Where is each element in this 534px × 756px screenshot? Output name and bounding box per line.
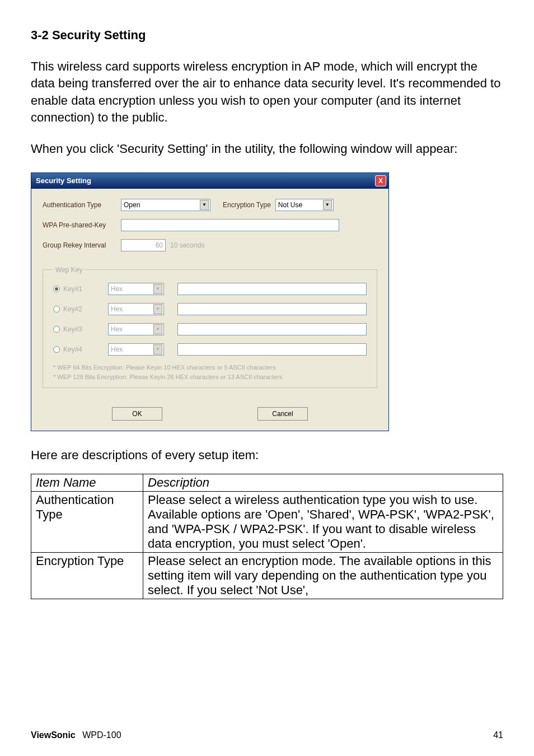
header-description: Description (143, 474, 503, 491)
rekey-label: Group Rekey Interval (43, 241, 121, 249)
ok-button[interactable]: OK (112, 407, 162, 421)
wep-hint-64: * WEP 64 Bits Encryption: Please Keyin 1… (53, 363, 367, 372)
cell-auth-name: Authentication Type (31, 491, 143, 552)
description-intro: Here are descriptions of every setup ite… (31, 448, 503, 463)
wep-key3-row: Key#3 Hex ▼ (53, 323, 367, 335)
chevron-down-icon: ▼ (323, 200, 332, 210)
section-heading: 3-2 Security Setting (31, 28, 503, 43)
wep-key3-format-value: Hex (111, 325, 123, 333)
chevron-down-icon: ▼ (200, 200, 209, 210)
chevron-down-icon: ▼ (153, 304, 162, 314)
dialog-body: Authentication Type Open ▼ Encryption Ty… (31, 189, 388, 431)
wep-key3-input[interactable] (177, 323, 367, 335)
psk-input[interactable] (121, 219, 339, 231)
table-row: Authentication Type Please select a wire… (31, 491, 503, 552)
wep-key2-input[interactable] (177, 303, 367, 315)
footer-left: ViewSonic WPD-100 (31, 730, 121, 740)
wep-key2-label: Key#2 (63, 305, 108, 313)
table-header-row: Item Name Description (31, 474, 503, 491)
page-number: 41 (493, 730, 503, 740)
auth-type-label: Authentication Type (43, 201, 121, 209)
rekey-row: Group Rekey Interval 60 10 seconds (43, 239, 377, 251)
intro-paragraph-2: When you click 'Security Setting' in the… (31, 141, 503, 157)
footer-model: WPD-100 (82, 730, 121, 740)
cell-enc-desc: Please select an encryption mode. The av… (143, 552, 503, 599)
wep-key1-row: Key#1 Hex ▼ (53, 283, 367, 295)
wep-key4-row: Key#4 Hex ▼ (53, 343, 367, 356)
dialog-title: Security Setting (36, 176, 91, 185)
close-icon[interactable]: X (375, 175, 386, 186)
wep-key2-radio[interactable] (53, 306, 60, 312)
encryption-type-label: Encryption Type (223, 201, 271, 209)
dialog-button-row: OK Cancel (43, 407, 377, 421)
header-item-name: Item Name (31, 474, 143, 491)
wep-key4-radio[interactable] (53, 346, 60, 353)
wep-key4-format-value: Hex (111, 346, 123, 353)
encryption-type-select[interactable]: Not Use ▼ (275, 199, 334, 211)
wep-key4-format-select[interactable]: Hex ▼ (108, 343, 164, 356)
rekey-unit: 10 seconds (170, 241, 204, 249)
psk-row: WPA Pre-shared-Key (43, 219, 377, 231)
wep-key2-format-select[interactable]: Hex ▼ (108, 303, 164, 315)
intro-paragraph-1: This wireless card supports wireless enc… (31, 58, 503, 126)
wep-key-group: Wep Key Key#1 Hex ▼ Key#2 Hex ▼ (43, 266, 377, 388)
auth-type-value: Open (124, 201, 140, 209)
encryption-type-value: Not Use (278, 201, 302, 209)
cell-enc-name: Encryption Type (31, 552, 143, 599)
chevron-down-icon: ▼ (153, 284, 162, 294)
settings-description-table: Item Name Description Authentication Typ… (31, 474, 503, 599)
wep-key3-label: Key#3 (63, 325, 108, 333)
security-setting-dialog: Security Setting X Authentication Type O… (31, 172, 389, 431)
cell-auth-desc: Please select a wireless authentication … (143, 491, 503, 552)
psk-label: WPA Pre-shared-Key (43, 221, 121, 229)
wep-legend: Wep Key (53, 266, 85, 274)
table-row: Encryption Type Please select an encrypt… (31, 552, 503, 599)
page-footer: ViewSonic WPD-100 41 (31, 730, 503, 740)
auth-row: Authentication Type Open ▼ Encryption Ty… (43, 199, 377, 211)
chevron-down-icon: ▼ (153, 344, 162, 354)
wep-key3-radio[interactable] (53, 326, 60, 333)
wep-key3-format-select[interactable]: Hex ▼ (108, 323, 164, 335)
dialog-titlebar: Security Setting X (31, 173, 388, 189)
wep-key4-input[interactable] (177, 343, 367, 356)
auth-type-select[interactable]: Open ▼ (121, 199, 210, 211)
footer-brand: ViewSonic (31, 730, 76, 740)
wep-key1-format-select[interactable]: Hex ▼ (108, 283, 164, 295)
wep-key2-format-value: Hex (111, 305, 123, 313)
wep-key1-radio[interactable] (53, 286, 60, 292)
cancel-button[interactable]: Cancel (257, 407, 308, 421)
wep-key4-label: Key#4 (63, 346, 108, 353)
wep-key1-label: Key#1 (63, 285, 108, 293)
wep-key2-row: Key#2 Hex ▼ (53, 303, 367, 315)
wep-key1-input[interactable] (177, 283, 367, 295)
rekey-input[interactable]: 60 (121, 239, 166, 251)
wep-key1-format-value: Hex (111, 285, 123, 293)
wep-hint-128: * WEP 128 Bits Encryption: Please Keyin … (53, 373, 367, 381)
chevron-down-icon: ▼ (153, 324, 162, 334)
